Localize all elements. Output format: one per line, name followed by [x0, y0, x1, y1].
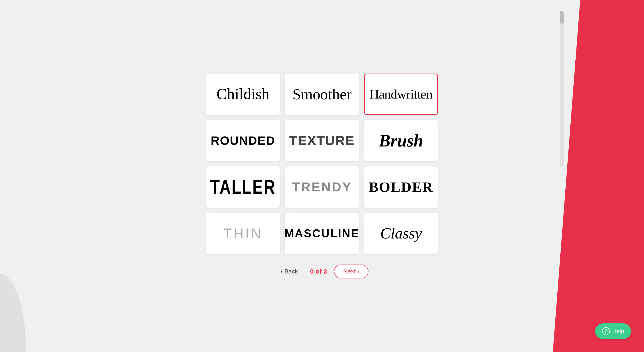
- font-label-childish: Childish: [214, 83, 272, 105]
- font-label-texture: TEXTURE: [287, 131, 357, 150]
- page-counter: 0 of 3: [310, 268, 327, 275]
- scrollbar-thumb[interactable]: [560, 11, 564, 24]
- font-label-thin: THIN: [221, 224, 265, 243]
- font-label-smoother: Smoother: [290, 84, 354, 105]
- help-icon: ?: [602, 327, 610, 335]
- font-label-handwritten: Handwritten: [368, 85, 435, 103]
- font-card-childish[interactable]: Childish: [206, 73, 280, 115]
- next-button[interactable]: Next ›: [334, 265, 368, 279]
- font-card-rounded[interactable]: ROUNDED: [206, 120, 280, 161]
- font-label-trendy: TRENDY: [290, 178, 354, 196]
- next-arrow-icon: ›: [358, 268, 359, 275]
- bg-red-decoration: [553, 0, 644, 352]
- scrollbar[interactable]: [560, 11, 564, 167]
- font-card-brush[interactable]: Brush: [364, 120, 438, 161]
- bottom-navigation: ‹ Back 0 of 3 Next ›: [276, 265, 369, 279]
- font-card-masculine[interactable]: MASCULINE: [285, 213, 359, 254]
- font-card-classy[interactable]: Classy: [364, 213, 438, 254]
- next-label: Next: [343, 268, 356, 275]
- font-card-thin[interactable]: THIN: [206, 213, 280, 254]
- font-card-smoother[interactable]: Smoother: [285, 73, 359, 115]
- help-button[interactable]: ? Help: [595, 323, 631, 339]
- help-label: Help: [612, 328, 624, 335]
- font-card-taller[interactable]: TALLER: [206, 166, 280, 208]
- back-arrow-icon: ‹: [281, 268, 283, 275]
- font-label-rounded: ROUNDED: [208, 132, 277, 150]
- font-label-brush: Brush: [377, 129, 426, 152]
- font-label-masculine: MASCULINE: [282, 225, 362, 242]
- font-label-taller: TALLER: [208, 173, 278, 201]
- font-card-bolder[interactable]: BOLDER: [364, 166, 438, 208]
- back-label: Back: [284, 268, 298, 275]
- font-label-classy: Classy: [378, 223, 424, 244]
- font-card-handwritten[interactable]: Handwritten: [364, 73, 438, 115]
- main-content: ChildishSmootherHandwrittenROUNDEDTEXTUR…: [179, 73, 465, 279]
- font-style-grid: ChildishSmootherHandwrittenROUNDEDTEXTUR…: [206, 73, 438, 254]
- font-label-bolder: BOLDER: [367, 177, 436, 197]
- font-card-texture[interactable]: TEXTURE: [285, 120, 359, 161]
- back-button[interactable]: ‹ Back: [276, 265, 303, 278]
- font-card-trendy[interactable]: TRENDY: [285, 166, 359, 208]
- bg-gray-decoration: [0, 222, 44, 352]
